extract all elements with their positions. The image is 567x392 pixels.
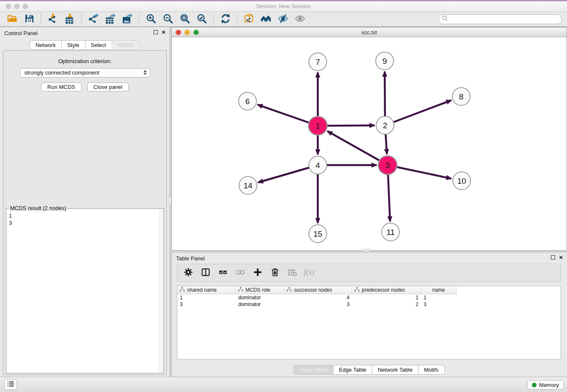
graph-node-4[interactable]: 4 [309, 156, 327, 174]
network-window-titlebar: × − + scc.txt [172, 28, 567, 37]
graph-node-10[interactable]: 10 [453, 172, 471, 190]
zoom-in-button[interactable] [143, 13, 159, 25]
zoom-fit-button[interactable] [177, 13, 193, 25]
tab-motifs[interactable]: Motifs [418, 365, 445, 375]
graph-node-label: 6 [245, 97, 250, 106]
table-row[interactable]: 1dominator411 [177, 294, 561, 301]
tab-style[interactable]: Style [61, 40, 85, 50]
network-canvas[interactable]: 7968124314101511 [172, 37, 567, 250]
trash-button[interactable] [268, 266, 282, 280]
export-network-button[interactable] [85, 13, 101, 25]
import-table-button[interactable] [62, 13, 77, 25]
main-toolbar [0, 12, 567, 27]
export-table-button[interactable] [102, 13, 118, 25]
import-network-button[interactable] [45, 13, 61, 25]
save-session-icon [24, 13, 35, 25]
tree-icon [286, 287, 292, 293]
home-button[interactable] [258, 13, 274, 25]
table-toolbar: f(x) [177, 264, 561, 282]
graph-node-label: 1 [316, 121, 320, 130]
toolbar-separator [41, 14, 41, 25]
refresh-button[interactable] [217, 13, 233, 25]
vertical-splitter-handle[interactable] [168, 197, 171, 204]
column-header-shared-name[interactable]: shared name [177, 286, 236, 294]
split-panel-button[interactable] [198, 266, 213, 280]
close-table-panel-icon[interactable]: × [559, 255, 563, 260]
zoom-out-button[interactable] [160, 13, 176, 25]
graph-edge-4-14[interactable] [258, 165, 318, 182]
graph-node-15[interactable]: 15 [309, 225, 327, 243]
fx-button[interactable]: f(x) [303, 266, 317, 280]
float-table-panel-icon[interactable] [551, 255, 555, 259]
gear-button[interactable] [181, 266, 195, 280]
result-scrollbar[interactable] [159, 209, 163, 373]
mcds-result-list[interactable]: 13 [6, 209, 163, 230]
column-header-predecessor-nodes[interactable]: predecessor nodes [352, 286, 421, 294]
graph-node-label: 3 [385, 161, 390, 170]
table-cell[interactable]: 1 [352, 294, 421, 301]
tab-node-table[interactable]: Node Table [294, 365, 333, 375]
save-session-button[interactable] [21, 13, 37, 25]
column-header-MCDS-role[interactable]: MCDS role [236, 286, 284, 294]
graph-node-8[interactable]: 8 [452, 88, 470, 105]
main-titlebar: Session: New Session [0, 1, 567, 12]
run-mcds-button[interactable]: Run MCDS [41, 83, 82, 91]
table-cell[interactable]: 4 [284, 294, 352, 301]
table-header-row: shared nameMCDS rolesuccessor nodesprede… [177, 286, 561, 294]
graph-node-label: 15 [313, 229, 322, 238]
table-cell[interactable]: 3 [284, 301, 352, 308]
tasks-status-button[interactable] [4, 379, 17, 390]
table-cell[interactable]: 3 [177, 301, 236, 308]
horizontal-splitter-handle[interactable] [363, 249, 370, 252]
tree-icon [354, 287, 360, 293]
search-box[interactable] [438, 14, 562, 24]
graph-node-2[interactable]: 2 [376, 116, 394, 134]
control-panel: Control Panel × NetworkStyleSelectMCDS O… [0, 27, 170, 377]
criterion-dropdown[interactable]: strongly connected component [20, 68, 150, 77]
table-panel-title: Table Panel [176, 255, 205, 262]
tab-network-table[interactable]: Network Table [372, 365, 418, 375]
graph-node-6[interactable]: 6 [239, 92, 256, 110]
close-panel-icon[interactable]: × [162, 30, 165, 35]
graph-edge-3-1[interactable] [328, 131, 388, 165]
export-image-button[interactable] [119, 13, 135, 25]
column-header-name[interactable]: name [421, 286, 457, 294]
float-panel-icon[interactable] [154, 30, 158, 34]
zoom-selected-button[interactable] [194, 13, 209, 25]
birdseye-button[interactable] [292, 13, 308, 25]
memory-button[interactable]: Memory [527, 380, 564, 389]
graph-node-14[interactable]: 14 [239, 177, 257, 194]
tab-select[interactable]: Select [85, 40, 112, 50]
graph-node-label: 10 [457, 177, 466, 185]
zoom-fit-icon [179, 13, 190, 25]
table-cell[interactable]: 1 [421, 294, 457, 301]
toggle-graphics-details-button[interactable] [275, 13, 291, 25]
delete-table-button[interactable] [285, 266, 300, 280]
graph-node-11[interactable]: 11 [382, 223, 399, 241]
column-header-successor-nodes[interactable]: successor nodes [284, 286, 352, 294]
fx-icon: f(x) [302, 267, 317, 279]
select-all-button[interactable] [216, 266, 230, 280]
table-cell[interactable]: dominator [236, 301, 284, 308]
graph-node-7[interactable]: 7 [309, 53, 327, 71]
graph-node-9[interactable]: 9 [376, 52, 394, 70]
tab-network[interactable]: Network [30, 40, 62, 50]
add-button[interactable] [250, 266, 265, 280]
table-cell[interactable]: 1 [177, 294, 236, 301]
control-panel-header: Control Panel × [0, 27, 170, 38]
deselect-all-button[interactable] [233, 266, 248, 280]
tab-mcds[interactable]: MCDS [112, 40, 140, 50]
table-cell[interactable]: 3 [421, 301, 457, 308]
graph-node-3[interactable]: 3 [378, 156, 397, 174]
table-cell[interactable]: 2 [352, 301, 421, 308]
table-cell[interactable]: dominator [236, 294, 284, 301]
duplicate-network-button[interactable] [241, 13, 257, 25]
graph-node-1[interactable]: 1 [308, 116, 327, 135]
tree-icon [179, 287, 185, 293]
table-row[interactable]: 3dominator323 [177, 301, 561, 308]
graph-edge-2-8[interactable] [385, 100, 451, 125]
open-session-button[interactable] [4, 13, 20, 25]
search-input[interactable] [448, 15, 561, 23]
close-panel-button[interactable]: Close panel [87, 83, 129, 91]
tab-edge-table[interactable]: Edge Table [333, 365, 372, 375]
